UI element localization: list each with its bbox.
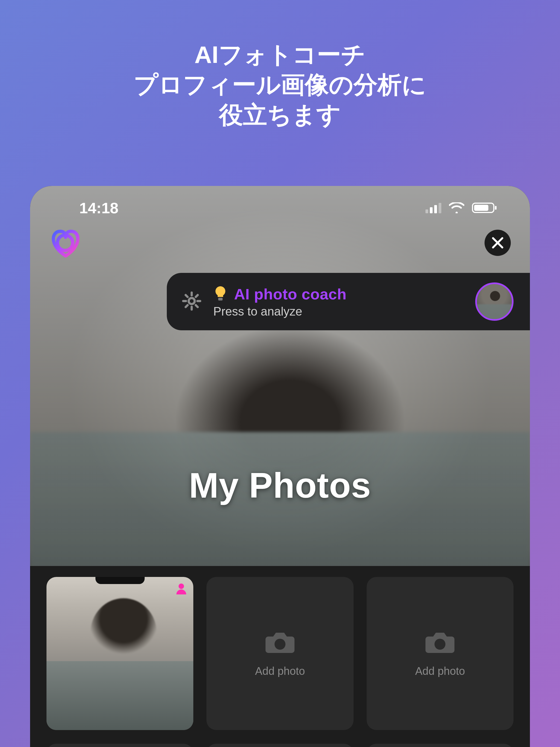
photo-row-2	[47, 744, 513, 747]
svg-point-10	[275, 639, 285, 650]
promo-line-1: AIフォトコーチ	[0, 40, 560, 70]
ai-coach-banner[interactable]: AI photo coach Press to analyze	[167, 273, 530, 330]
status-time: 14:18	[79, 199, 119, 217]
app-logo-icon[interactable]	[47, 226, 85, 259]
svg-point-11	[434, 639, 446, 650]
person-icon	[175, 583, 187, 595]
add-photo-tile[interactable]	[47, 744, 193, 747]
cellular-signal-icon	[426, 202, 441, 213]
svg-rect-1	[430, 207, 433, 213]
battery-icon	[472, 202, 497, 213]
add-photo-tile[interactable]: Add photo	[206, 577, 353, 730]
promo-line-2: プロフィール画像の分析に	[0, 70, 560, 100]
ai-coach-subtitle: Press to analyze	[213, 305, 347, 318]
add-photo-tile[interactable]	[206, 744, 353, 747]
svg-rect-5	[474, 205, 488, 211]
thumbnail-notch	[96, 577, 145, 584]
promo-line-3: 役立ちます	[0, 100, 560, 130]
status-bar: 14:18	[30, 197, 530, 219]
ai-coach-text: AI photo coach Press to analyze	[213, 285, 347, 318]
lightbulb-icon	[213, 285, 228, 303]
svg-rect-0	[426, 209, 428, 213]
camera-icon	[265, 630, 295, 656]
svg-point-7	[189, 298, 195, 304]
add-photo-tile[interactable]: Add photo	[367, 577, 513, 730]
ai-coach-avatar[interactable]	[475, 282, 513, 321]
svg-rect-3	[439, 203, 441, 213]
add-photo-label: Add photo	[255, 665, 305, 677]
gear-icon[interactable]	[182, 291, 201, 312]
app-header	[30, 226, 530, 259]
page-title: My Photos	[30, 465, 530, 506]
promo-headline: AIフォトコーチ プロフィール画像の分析に 役立ちます	[0, 40, 560, 130]
status-indicators	[426, 202, 497, 213]
svg-rect-6	[495, 206, 497, 210]
svg-rect-2	[434, 205, 437, 213]
ai-coach-title: AI photo coach	[234, 285, 347, 303]
wifi-icon	[449, 202, 464, 213]
add-photo-label: Add photo	[415, 665, 465, 677]
svg-rect-8	[218, 298, 223, 301]
close-button[interactable]	[485, 230, 511, 256]
add-photo-tile[interactable]	[367, 744, 513, 747]
svg-point-9	[179, 584, 184, 589]
device-frame: 14:18	[30, 186, 530, 747]
photo-row: Add photo Add photo	[47, 577, 513, 730]
photo-thumbnail-1[interactable]	[47, 577, 193, 730]
camera-icon	[425, 630, 455, 656]
close-icon	[491, 236, 505, 250]
